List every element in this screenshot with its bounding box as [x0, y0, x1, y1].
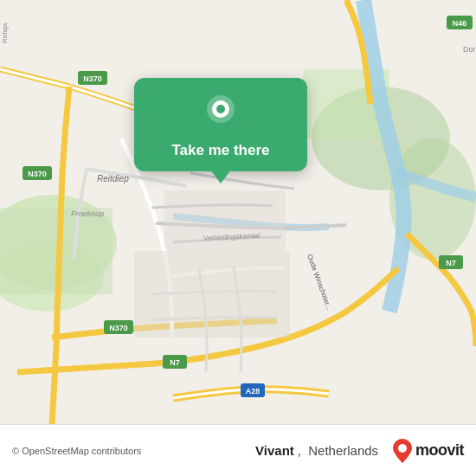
svg-text:N46: N46 — [453, 19, 467, 28]
svg-text:N370: N370 — [109, 324, 128, 332]
popup-card[interactable]: Take me there — [134, 78, 307, 171]
location-pin-icon — [201, 93, 241, 133]
svg-point-31 — [216, 105, 225, 113]
moovit-pin-icon — [393, 439, 412, 463]
map-container: N370 N46 N370 N370 N7 N7 A28 Reitdiep Ve… — [0, 0, 476, 424]
svg-text:Dorkwerd: Dorkwerd — [463, 45, 476, 54]
popup-label: Take me there — [171, 142, 269, 159]
svg-text:Froekeup: Froekeup — [71, 209, 104, 218]
svg-rect-28 — [164, 190, 286, 251]
attribution: © OpenStreetMap contributors — [12, 446, 141, 456]
location-name: Vivant — [255, 443, 294, 458]
location-country-text: Netherlands — [308, 443, 378, 458]
moovit-brand-text: moovit — [415, 441, 464, 460]
svg-text:N7: N7 — [446, 259, 456, 267]
moovit-logo: moovit — [393, 439, 464, 463]
svg-text:N370: N370 — [28, 170, 47, 178]
svg-text:A28: A28 — [246, 387, 261, 396]
svg-text:Reitdiep: Reitdiep — [97, 174, 129, 183]
svg-rect-27 — [134, 251, 290, 338]
popup-tail — [210, 170, 231, 183]
location-info: Vivant , Netherlands moovit — [255, 439, 464, 463]
svg-point-32 — [398, 444, 407, 453]
svg-text:N370: N370 — [83, 74, 102, 83]
location-country: , — [298, 443, 305, 458]
svg-text:Refaja: Refaja — [1, 23, 9, 43]
svg-text:N7: N7 — [170, 358, 180, 367]
bottom-bar: © OpenStreetMap contributors Vivant , Ne… — [0, 424, 476, 476]
